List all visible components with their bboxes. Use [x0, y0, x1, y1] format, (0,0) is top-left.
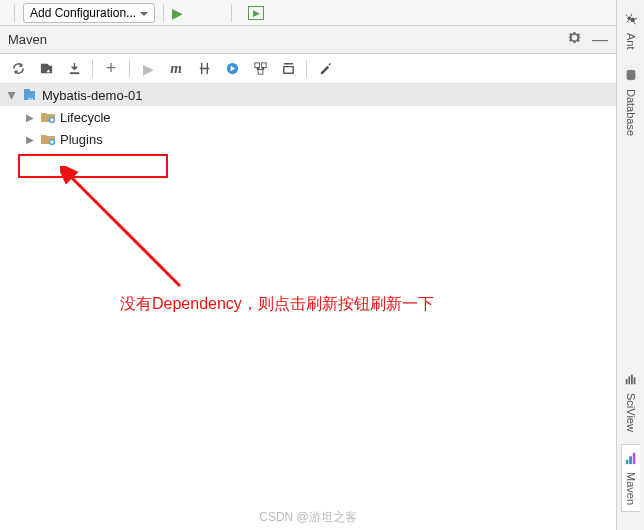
- add-icon[interactable]: +: [99, 57, 123, 81]
- maven-tree: ▶ m Mybatis-demo-01 ▶ Lifecycle ▶ Plugin…: [0, 84, 616, 530]
- separator: [163, 4, 164, 22]
- svg-rect-16: [625, 379, 627, 384]
- tree-root-label: Mybatis-demo-01: [42, 88, 142, 103]
- side-tab-ant[interactable]: Ant: [622, 6, 640, 56]
- gear-icon[interactable]: [567, 30, 582, 49]
- database-icon: [624, 68, 638, 85]
- side-tab-database[interactable]: Database: [622, 62, 640, 142]
- side-tab-label: Ant: [625, 33, 637, 50]
- folder-icon: [40, 109, 56, 125]
- svg-rect-18: [631, 375, 633, 385]
- chevron-right-icon[interactable]: ▶: [24, 112, 36, 123]
- maven-panel-header: Maven —: [0, 26, 616, 54]
- minimize-icon[interactable]: —: [592, 31, 608, 49]
- run-config-label: Add Configuration...: [30, 6, 136, 20]
- svg-line-12: [68, 174, 180, 286]
- side-tab-maven[interactable]: Maven: [621, 444, 640, 512]
- maven-module-icon: m: [22, 87, 38, 103]
- separator: [92, 60, 93, 78]
- svg-point-13: [627, 16, 631, 20]
- panel-title: Maven: [8, 32, 47, 47]
- side-tab-label: SciView: [625, 393, 637, 432]
- folder-icon: [40, 131, 56, 147]
- side-tab-sciview[interactable]: SciView: [622, 366, 640, 438]
- run-config-combo[interactable]: Add Configuration...: [23, 3, 155, 23]
- show-deps-icon[interactable]: [248, 57, 272, 81]
- side-tab-label: Database: [625, 89, 637, 136]
- svg-text:m: m: [28, 95, 33, 103]
- download-icon[interactable]: [62, 57, 86, 81]
- tree-row[interactable]: ▶ Plugins: [0, 128, 616, 150]
- tree-item-label: Plugins: [60, 132, 103, 147]
- maven-icon: [624, 451, 638, 468]
- run-icon[interactable]: ▶: [172, 5, 183, 21]
- svg-rect-22: [633, 453, 636, 464]
- svg-rect-8: [24, 89, 30, 92]
- separator: [129, 60, 130, 78]
- svg-rect-19: [633, 377, 635, 384]
- svg-point-15: [626, 69, 635, 73]
- svg-rect-4: [254, 63, 259, 68]
- right-tool-strip: Ant Database SciView Maven: [616, 0, 644, 530]
- chevron-down-icon[interactable]: ▶: [7, 89, 18, 101]
- annotation-box: [18, 154, 168, 178]
- tree-item-label: Lifecycle: [60, 110, 111, 125]
- side-tab-label: Maven: [625, 472, 637, 505]
- svg-rect-20: [626, 460, 629, 464]
- svg-rect-5: [261, 63, 266, 68]
- misc-actions: ▶: [240, 5, 272, 21]
- tree-row[interactable]: ▶ Lifecycle: [0, 106, 616, 128]
- sciview-icon: [624, 372, 638, 389]
- watermark: CSDN @游坦之客: [259, 509, 357, 526]
- separator: [14, 4, 15, 22]
- svg-rect-6: [258, 69, 263, 74]
- chevron-right-icon[interactable]: ▶: [24, 134, 36, 145]
- run-maven-icon[interactable]: ▶: [136, 57, 160, 81]
- collapse-all-icon[interactable]: [276, 57, 300, 81]
- annotation-arrow-icon: [60, 166, 200, 296]
- skip-tests-icon[interactable]: [220, 57, 244, 81]
- svg-point-14: [630, 18, 634, 22]
- toggle-offline-icon[interactable]: [192, 57, 216, 81]
- ant-icon: [624, 12, 638, 29]
- settings-icon[interactable]: [313, 57, 337, 81]
- refresh-icon[interactable]: [6, 57, 30, 81]
- generate-sources-icon[interactable]: [34, 57, 58, 81]
- annotation-text: 没有Dependency，则点击刷新按钮刷新一下: [120, 294, 434, 315]
- separator: [231, 4, 232, 22]
- separator: [306, 60, 307, 78]
- tree-root-row[interactable]: ▶ m Mybatis-demo-01: [0, 84, 616, 106]
- svg-rect-17: [628, 376, 630, 384]
- execute-goal-icon[interactable]: m: [164, 57, 188, 81]
- maven-toolbar: + ▶ m: [0, 54, 616, 84]
- svg-rect-21: [629, 456, 632, 464]
- run-actions: ▶: [172, 5, 223, 21]
- run-anything-icon[interactable]: ▶: [248, 6, 264, 20]
- run-toolbar: Add Configuration... ▶: [0, 0, 616, 26]
